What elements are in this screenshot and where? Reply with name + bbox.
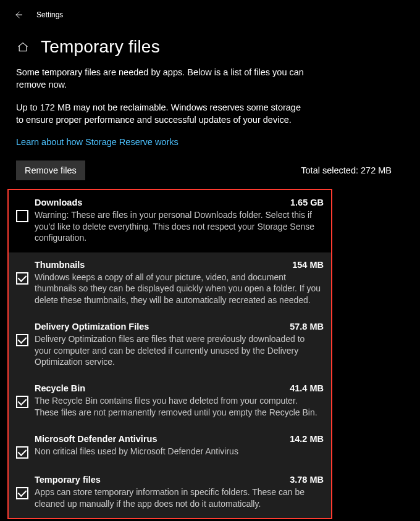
page-title: Temporary files — [41, 37, 160, 57]
checkbox-recycle-bin[interactable] — [16, 396, 28, 408]
checkbox-downloads[interactable] — [16, 210, 28, 222]
remove-files-button[interactable]: Remove files — [16, 160, 85, 180]
list-item[interactable]: Downloads 1.65 GB Warning: These are fil… — [9, 190, 331, 252]
list-item[interactable]: Temporary files 3.78 MB Apps can store t… — [9, 467, 331, 518]
app-title: Settings — [36, 10, 63, 19]
item-description: Apps can store temporary information in … — [35, 486, 324, 509]
back-button[interactable] — [9, 6, 28, 24]
item-title: Delivery Optimization Files — [35, 322, 149, 331]
item-description: Delivery Optimization files are files th… — [35, 333, 324, 367]
item-title: Recycle Bin — [35, 383, 85, 393]
item-description: The Recycle Bin contains files you have … — [35, 395, 324, 418]
title-bar: Settings — [0, 0, 420, 27]
item-description: Windows keeps a copy of all of your pict… — [35, 272, 324, 306]
list-item[interactable]: Thumbnails 154 MB Windows keeps a copy o… — [9, 252, 331, 314]
intro-text-1: Some temporary files are needed by apps.… — [16, 67, 305, 91]
list-item[interactable]: Microsoft Defender Antivirus 14.2 MB Non… — [9, 427, 331, 467]
page-header: Temporary files — [0, 27, 420, 67]
intro-text-2: Up to 172 MB may not be reclaimable. Win… — [16, 102, 305, 126]
checkbox-thumbnails[interactable] — [16, 272, 28, 285]
item-title: Microsoft Defender Antivirus — [35, 434, 157, 444]
item-size: 1.65 GB — [283, 198, 324, 207]
item-description: Non critical files used by Microsoft Def… — [35, 446, 324, 457]
checkbox-delivery-optimization[interactable] — [16, 334, 28, 346]
total-selected-label: Total selected: 272 MB — [301, 165, 392, 175]
item-title: Downloads — [35, 198, 82, 207]
item-size: 41.4 MB — [282, 383, 324, 393]
item-size: 57.8 MB — [282, 322, 324, 331]
item-size: 14.2 MB — [282, 434, 324, 444]
storage-reserve-link[interactable]: Learn about how Storage Reserve works — [16, 137, 178, 147]
item-size: 3.78 MB — [282, 475, 324, 485]
item-title: Thumbnails — [35, 260, 85, 270]
checkbox-defender-antivirus[interactable] — [16, 446, 28, 459]
arrow-left-icon — [13, 9, 24, 20]
home-icon[interactable] — [16, 40, 30, 54]
list-item[interactable]: Delivery Optimization Files 57.8 MB Deli… — [9, 314, 331, 376]
file-list-highlight: Downloads 1.65 GB Warning: These are fil… — [7, 189, 332, 519]
checkbox-temporary-files[interactable] — [16, 487, 28, 499]
item-description: Warning: These are files in your persona… — [35, 209, 324, 243]
item-size: 154 MB — [285, 260, 324, 270]
item-title: Temporary files — [35, 475, 101, 485]
list-item[interactable]: Recycle Bin 41.4 MB The Recycle Bin cont… — [9, 376, 331, 427]
